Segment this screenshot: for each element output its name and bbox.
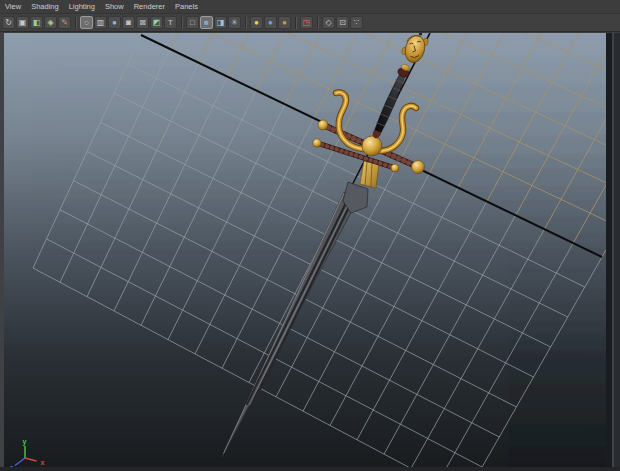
maya-viewport-panel: ViewShadingLightingShowRendererPanels ↻▣… — [0, 0, 620, 471]
toolbar-separator — [181, 17, 183, 29]
view-bookmarks-icon[interactable]: ◈ — [44, 16, 57, 29]
menu-renderer[interactable]: Renderer — [129, 0, 170, 13]
image-plane-icon[interactable]: ✎ — [58, 16, 71, 29]
flat-shade-mode-icon[interactable]: ◙ — [122, 16, 135, 29]
lock-camera-icon[interactable]: ▣ — [16, 16, 29, 29]
smooth-shade-mode-icon[interactable]: ▥ — [94, 16, 107, 29]
shaded-cube-icon[interactable]: ■ — [200, 16, 213, 29]
default-material-icon[interactable]: ✳ — [228, 16, 241, 29]
panel-border-bottom — [0, 467, 620, 471]
toolbar-separator — [75, 17, 77, 29]
bounding-box-mode-icon[interactable]: ⊠ — [136, 16, 149, 29]
copy-frame-icon[interactable]: ⊡ — [336, 16, 349, 29]
isolate-select-icon[interactable]: ◳ — [300, 16, 313, 29]
xray-mode-icon[interactable]: ◩ — [150, 16, 163, 29]
menu-show[interactable]: Show — [100, 0, 129, 13]
cube-outline-icon[interactable]: ◇ — [322, 16, 335, 29]
menu-lighting[interactable]: Lighting — [64, 0, 100, 13]
quillon-ball — [318, 120, 328, 130]
panel-menu-bar: ViewShadingLightingShowRendererPanels — [0, 0, 620, 14]
gizmo-z-label: z — [10, 464, 14, 467]
shaded-sphere-mode-icon[interactable]: ● — [108, 16, 121, 29]
no-lights-icon[interactable]: ● — [278, 16, 291, 29]
panel-toolbar: ↻▣◧◈✎◌▥●◙⊠◩T□■◨✳●●●◳◇⊡∵ — [0, 14, 620, 32]
toolbar-separator — [317, 17, 319, 29]
panel-border-right — [606, 33, 620, 471]
toolbar-separator — [245, 17, 247, 29]
textured-cube-icon[interactable]: ◨ — [214, 16, 227, 29]
menu-view[interactable]: View — [0, 0, 26, 13]
viewport-canvas[interactable] — [4, 33, 606, 467]
menu-panels[interactable]: Panels — [170, 0, 203, 13]
share-nodes-icon[interactable]: ∵ — [350, 16, 363, 29]
textured-mode-icon[interactable]: T — [164, 16, 177, 29]
quillon-ball — [313, 139, 321, 147]
gizmo-x-label: x — [41, 459, 45, 466]
hilt-center-sphere — [362, 136, 382, 156]
wireframe-cube-icon[interactable]: □ — [186, 16, 199, 29]
gizmo-y-label: y — [23, 438, 27, 446]
select-camera-icon[interactable]: ↻ — [2, 16, 15, 29]
wireframe-mode-icon[interactable]: ◌ — [80, 16, 93, 29]
quillon-ball — [412, 161, 425, 174]
all-lights-icon[interactable]: ● — [264, 16, 277, 29]
toolbar-separator — [295, 17, 297, 29]
menu-shading[interactable]: Shading — [26, 0, 64, 13]
default-lighting-icon[interactable]: ● — [250, 16, 263, 29]
camera-attributes-icon[interactable]: ◧ — [30, 16, 43, 29]
3d-viewport[interactable]: yxz persp — [4, 33, 606, 467]
quillon-ball — [391, 164, 399, 172]
